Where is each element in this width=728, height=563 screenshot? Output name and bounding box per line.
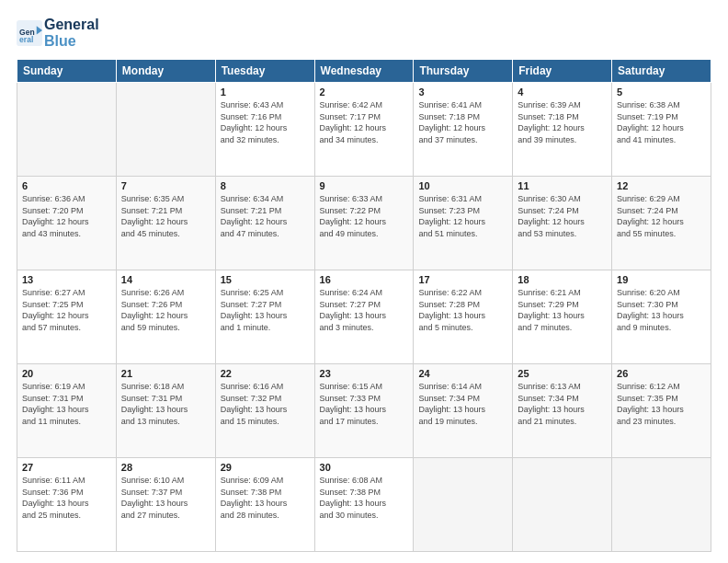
day-number: 3 bbox=[418, 86, 507, 98]
day-info: Sunrise: 6:29 AM Sunset: 7:24 PM Dayligh… bbox=[617, 193, 706, 239]
day-number: 21 bbox=[121, 368, 210, 379]
calendar-day bbox=[17, 83, 117, 177]
day-number: 7 bbox=[121, 180, 210, 191]
day-info: Sunrise: 6:35 AM Sunset: 7:21 PM Dayligh… bbox=[121, 193, 210, 239]
calendar-day: 18Sunrise: 6:21 AM Sunset: 7:29 PM Dayli… bbox=[513, 270, 612, 364]
calendar-day bbox=[414, 458, 513, 552]
logo-text-line1: General bbox=[44, 17, 99, 33]
day-info: Sunrise: 6:21 AM Sunset: 7:29 PM Dayligh… bbox=[518, 287, 607, 333]
day-info: Sunrise: 6:27 AM Sunset: 7:25 PM Dayligh… bbox=[22, 287, 111, 333]
day-number: 23 bbox=[320, 368, 409, 379]
calendar-day: 19Sunrise: 6:20 AM Sunset: 7:30 PM Dayli… bbox=[612, 270, 711, 364]
logo-text-line2: Blue bbox=[44, 33, 99, 50]
calendar-day bbox=[612, 458, 711, 552]
day-info: Sunrise: 6:41 AM Sunset: 7:18 PM Dayligh… bbox=[418, 99, 507, 145]
calendar-day: 5Sunrise: 6:38 AM Sunset: 7:19 PM Daylig… bbox=[612, 83, 711, 177]
calendar-day bbox=[513, 458, 612, 552]
day-info: Sunrise: 6:43 AM Sunset: 7:16 PM Dayligh… bbox=[221, 99, 310, 145]
day-number: 25 bbox=[518, 368, 607, 379]
calendar-day: 23Sunrise: 6:15 AM Sunset: 7:33 PM Dayli… bbox=[314, 364, 414, 458]
day-info: Sunrise: 6:19 AM Sunset: 7:31 PM Dayligh… bbox=[22, 381, 111, 427]
header: Gen eral General Blue bbox=[17, 17, 711, 50]
calendar-day: 17Sunrise: 6:22 AM Sunset: 7:28 PM Dayli… bbox=[414, 270, 513, 364]
day-header-thursday: Thursday bbox=[414, 60, 513, 83]
day-info: Sunrise: 6:22 AM Sunset: 7:28 PM Dayligh… bbox=[418, 287, 507, 333]
svg-text:eral: eral bbox=[19, 35, 33, 44]
calendar-week-row: 20Sunrise: 6:19 AM Sunset: 7:31 PM Dayli… bbox=[17, 364, 711, 458]
calendar-day: 29Sunrise: 6:09 AM Sunset: 7:38 PM Dayli… bbox=[215, 458, 314, 552]
day-number: 5 bbox=[617, 86, 706, 98]
calendar-header-row: SundayMondayTuesdayWednesdayThursdayFrid… bbox=[17, 60, 711, 83]
calendar-day: 1Sunrise: 6:43 AM Sunset: 7:16 PM Daylig… bbox=[215, 83, 314, 177]
day-number: 14 bbox=[121, 274, 210, 285]
logo-icon: Gen eral bbox=[17, 20, 42, 46]
day-info: Sunrise: 6:10 AM Sunset: 7:37 PM Dayligh… bbox=[121, 475, 210, 521]
day-number: 17 bbox=[418, 274, 507, 285]
calendar-day: 26Sunrise: 6:12 AM Sunset: 7:35 PM Dayli… bbox=[612, 364, 711, 458]
calendar-day: 11Sunrise: 6:30 AM Sunset: 7:24 PM Dayli… bbox=[513, 177, 612, 270]
logo: Gen eral General Blue bbox=[17, 17, 99, 50]
day-info: Sunrise: 6:15 AM Sunset: 7:33 PM Dayligh… bbox=[320, 381, 409, 427]
calendar-day: 21Sunrise: 6:18 AM Sunset: 7:31 PM Dayli… bbox=[116, 364, 215, 458]
day-info: Sunrise: 6:30 AM Sunset: 7:24 PM Dayligh… bbox=[518, 193, 607, 239]
calendar-day: 14Sunrise: 6:26 AM Sunset: 7:26 PM Dayli… bbox=[116, 270, 215, 364]
calendar-day: 10Sunrise: 6:31 AM Sunset: 7:23 PM Dayli… bbox=[414, 177, 513, 270]
calendar-day: 27Sunrise: 6:11 AM Sunset: 7:36 PM Dayli… bbox=[17, 458, 117, 552]
calendar-day: 9Sunrise: 6:33 AM Sunset: 7:22 PM Daylig… bbox=[314, 177, 414, 270]
day-header-tuesday: Tuesday bbox=[215, 60, 314, 83]
calendar-day: 28Sunrise: 6:10 AM Sunset: 7:37 PM Dayli… bbox=[116, 458, 215, 552]
calendar-day: 8Sunrise: 6:34 AM Sunset: 7:21 PM Daylig… bbox=[215, 177, 314, 270]
day-number: 18 bbox=[518, 274, 607, 285]
day-number: 16 bbox=[320, 274, 409, 285]
calendar-day: 24Sunrise: 6:14 AM Sunset: 7:34 PM Dayli… bbox=[414, 364, 513, 458]
calendar-day: 6Sunrise: 6:36 AM Sunset: 7:20 PM Daylig… bbox=[17, 177, 117, 270]
day-info: Sunrise: 6:36 AM Sunset: 7:20 PM Dayligh… bbox=[22, 193, 111, 239]
calendar-day: 22Sunrise: 6:16 AM Sunset: 7:32 PM Dayli… bbox=[215, 364, 314, 458]
day-number: 12 bbox=[617, 180, 706, 191]
day-number: 4 bbox=[518, 86, 607, 98]
day-info: Sunrise: 6:20 AM Sunset: 7:30 PM Dayligh… bbox=[617, 287, 706, 333]
day-info: Sunrise: 6:38 AM Sunset: 7:19 PM Dayligh… bbox=[617, 99, 706, 145]
day-number: 1 bbox=[221, 86, 310, 98]
day-number: 20 bbox=[22, 368, 111, 379]
day-number: 6 bbox=[22, 180, 111, 191]
day-info: Sunrise: 6:31 AM Sunset: 7:23 PM Dayligh… bbox=[418, 193, 507, 239]
day-number: 13 bbox=[22, 274, 111, 285]
calendar-week-row: 13Sunrise: 6:27 AM Sunset: 7:25 PM Dayli… bbox=[17, 270, 711, 364]
day-info: Sunrise: 6:39 AM Sunset: 7:18 PM Dayligh… bbox=[518, 99, 607, 145]
day-number: 28 bbox=[121, 462, 210, 473]
day-info: Sunrise: 6:26 AM Sunset: 7:26 PM Dayligh… bbox=[121, 287, 210, 333]
day-number: 22 bbox=[221, 368, 310, 379]
day-info: Sunrise: 6:24 AM Sunset: 7:27 PM Dayligh… bbox=[320, 287, 409, 333]
calendar-day: 30Sunrise: 6:08 AM Sunset: 7:38 PM Dayli… bbox=[314, 458, 414, 552]
day-info: Sunrise: 6:14 AM Sunset: 7:34 PM Dayligh… bbox=[418, 381, 507, 427]
calendar-day: 12Sunrise: 6:29 AM Sunset: 7:24 PM Dayli… bbox=[612, 177, 711, 270]
day-header-monday: Monday bbox=[116, 60, 215, 83]
calendar-table: SundayMondayTuesdayWednesdayThursdayFrid… bbox=[17, 59, 711, 552]
calendar-page: Gen eral General Blue SundayMondayTuesda… bbox=[0, 0, 728, 563]
day-number: 8 bbox=[221, 180, 310, 191]
day-info: Sunrise: 6:08 AM Sunset: 7:38 PM Dayligh… bbox=[320, 475, 409, 521]
day-number: 2 bbox=[320, 86, 409, 98]
calendar-day: 2Sunrise: 6:42 AM Sunset: 7:17 PM Daylig… bbox=[314, 83, 414, 177]
day-info: Sunrise: 6:42 AM Sunset: 7:17 PM Dayligh… bbox=[320, 99, 409, 145]
day-number: 27 bbox=[22, 462, 111, 473]
day-number: 10 bbox=[418, 180, 507, 191]
calendar-day: 20Sunrise: 6:19 AM Sunset: 7:31 PM Dayli… bbox=[17, 364, 117, 458]
day-info: Sunrise: 6:25 AM Sunset: 7:27 PM Dayligh… bbox=[221, 287, 310, 333]
day-info: Sunrise: 6:16 AM Sunset: 7:32 PM Dayligh… bbox=[221, 381, 310, 427]
calendar-day: 3Sunrise: 6:41 AM Sunset: 7:18 PM Daylig… bbox=[414, 83, 513, 177]
calendar-day: 15Sunrise: 6:25 AM Sunset: 7:27 PM Dayli… bbox=[215, 270, 314, 364]
day-info: Sunrise: 6:18 AM Sunset: 7:31 PM Dayligh… bbox=[121, 381, 210, 427]
calendar-day: 25Sunrise: 6:13 AM Sunset: 7:34 PM Dayli… bbox=[513, 364, 612, 458]
day-header-saturday: Saturday bbox=[612, 60, 711, 83]
day-number: 29 bbox=[221, 462, 310, 473]
day-info: Sunrise: 6:09 AM Sunset: 7:38 PM Dayligh… bbox=[221, 475, 310, 521]
calendar-day: 13Sunrise: 6:27 AM Sunset: 7:25 PM Dayli… bbox=[17, 270, 117, 364]
calendar-day: 4Sunrise: 6:39 AM Sunset: 7:18 PM Daylig… bbox=[513, 83, 612, 177]
day-header-sunday: Sunday bbox=[17, 60, 117, 83]
calendar-week-row: 6Sunrise: 6:36 AM Sunset: 7:20 PM Daylig… bbox=[17, 177, 711, 270]
day-info: Sunrise: 6:11 AM Sunset: 7:36 PM Dayligh… bbox=[22, 475, 111, 521]
day-info: Sunrise: 6:12 AM Sunset: 7:35 PM Dayligh… bbox=[617, 381, 706, 427]
day-number: 15 bbox=[221, 274, 310, 285]
